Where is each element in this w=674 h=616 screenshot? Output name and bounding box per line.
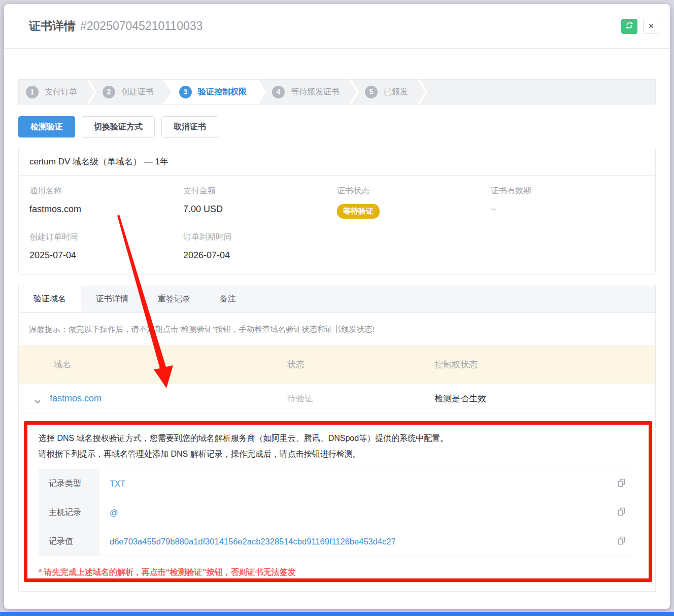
row-status: 待验证 [275, 393, 422, 404]
tab-panel: 温馨提示：做完以下操作后，请不定期点击“检测验证”按钮，手动检查域名验证状态和证… [18, 312, 656, 592]
tab-verify-domain[interactable]: 验证域名 [19, 286, 81, 312]
cancel-cert-button[interactable]: 取消证书 [161, 116, 218, 138]
record-value: d6e703a455d79b880a1df3014156e2acb2328514… [99, 527, 396, 556]
field-common-name: 通用名称 fastmos.com [29, 186, 183, 219]
tab-cert-detail[interactable]: 证书详情 [81, 286, 143, 312]
order-number: #202507045210110033 [80, 19, 203, 33]
step-wizard-filler [420, 80, 655, 104]
copy-button[interactable] [616, 535, 627, 548]
switch-method-button[interactable]: 切换验证方式 [82, 116, 155, 138]
step-wizard: 1 支付订单 2 创建证书 3 验证控制权限 4 等待颁发证书 5 已颁发 [18, 79, 656, 105]
status-badge: 等待验证 [337, 204, 380, 219]
record-label: 主机记录 [39, 498, 99, 527]
record-value: @ [99, 498, 118, 527]
product-title: certum DV 域名级（单域名） — 1年 [19, 148, 655, 176]
chevron-down-icon[interactable] [34, 396, 41, 401]
step-create-cert: 2 创建证书 [89, 80, 171, 104]
record-label: 记录类型 [39, 469, 99, 498]
copy-icon [617, 510, 626, 518]
copy-icon [617, 539, 626, 547]
dns-instruction-line1: 选择 DNS 域名授权验证方式，您需要到您的域名解析服务商（如阿里云、腾讯、DN… [39, 430, 636, 446]
dns-instruction-line2: 请根据下列提示，再域名管理处添加 DNS 解析记录，操作完成后，请点击按钮进行检… [39, 446, 636, 462]
bottom-blue-strip [0, 612, 674, 616]
field-cert-status: 证书状态 等待验证 [337, 186, 491, 219]
field-order-expire: 订单到期时间 2026-07-04 [183, 232, 337, 261]
copy-button[interactable] [616, 506, 627, 519]
step-number: 5 [365, 86, 378, 98]
step-number: 1 [26, 86, 39, 98]
order-card: certum DV 域名级（单域名） — 1年 通用名称 fastmos.com… [18, 148, 656, 275]
dns-record-table: 记录类型 TXT 主机记录 [39, 469, 636, 556]
tab-resign-record[interactable]: 重签记录 [143, 286, 205, 312]
step-number: 3 [179, 86, 192, 98]
step-wait-issue: 4 等待颁发证书 [259, 80, 357, 104]
dns-verification-section: 选择 DNS 域名授权验证方式，您需要到您的域名解析服务商（如阿里云、腾讯、DN… [19, 414, 655, 591]
control-status-action[interactable]: 检测是否生效 [422, 393, 655, 404]
copy-button[interactable] [616, 477, 627, 490]
dns-warning: * 请先完成上述域名的解析，再点击“检测验证”按钮，否则证书无法签发 [39, 567, 636, 578]
domain-link[interactable]: fastmos.com [50, 393, 102, 404]
field-cert-validity: 证书有效期 ~ [491, 186, 645, 219]
step-issued: 5 已颁发 [352, 80, 425, 104]
modal-header: 证书详情 #202507045210110033 ✕ [4, 4, 670, 49]
step-number: 4 [272, 86, 285, 98]
close-icon: ✕ [649, 22, 654, 30]
domain-table-header: 域名 状态 控制权状态 [19, 345, 655, 384]
certificate-detail-modal: 证书详情 #202507045210110033 ✕ [4, 4, 670, 609]
check-validation-button[interactable]: 检测验证 [18, 116, 75, 138]
record-label: 记录值 [39, 527, 99, 556]
close-button[interactable]: ✕ [643, 19, 659, 34]
field-pay-amount: 支付金额 7.00 USD [183, 186, 337, 219]
tip-text: 温馨提示：做完以下操作后，请不定期点击“检测验证”按钮，手动检查域名验证状态和证… [19, 313, 655, 345]
tab-bar: 验证域名 证书详情 重签记录 备注 [18, 286, 656, 312]
record-value: TXT [99, 469, 125, 498]
step-verify-control: 3 验证控制权限 [166, 80, 264, 104]
refresh-button[interactable] [621, 19, 637, 34]
dns-record-row-host: 主机记录 @ [39, 498, 636, 527]
refresh-icon [625, 21, 633, 31]
toolbar: 检测验证 切换验证方式 取消证书 [18, 116, 656, 138]
page-title: 证书详情 [29, 18, 76, 34]
field-order-created: 创建订单时间 2025-07-04 [29, 232, 183, 261]
dns-record-row-type: 记录类型 TXT [39, 469, 636, 498]
domain-row: fastmos.com 待验证 检测是否生效 [19, 384, 655, 414]
tab-remark[interactable]: 备注 [205, 286, 251, 312]
step-number: 2 [103, 86, 115, 98]
step-pay-order: 1 支付订单 [19, 80, 94, 104]
copy-icon [617, 482, 626, 489]
dns-record-row-value: 记录值 d6e703a455d79b880a1df3014156e2acb232… [39, 527, 636, 556]
